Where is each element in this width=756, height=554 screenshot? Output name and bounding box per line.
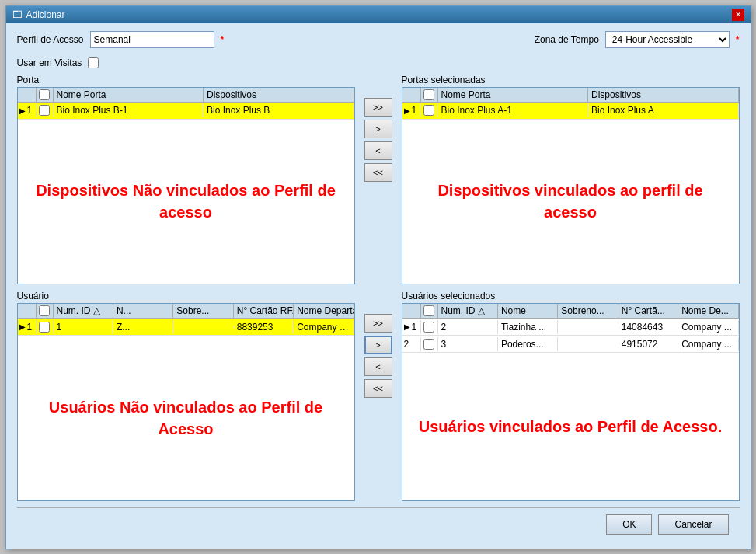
portas-sel-select-all-checkbox[interactable] [423, 89, 434, 100]
porta-row-disp: Bio Inox Plus B [204, 103, 354, 117]
porta-row-checkbox-cell[interactable] [37, 103, 54, 117]
usuarios-sel-row2-checkbox-cell[interactable] [421, 337, 438, 351]
usar-visitas-label: Usar em Visitas [17, 57, 82, 68]
usuarios-sel-row1-numid: 2 [438, 320, 498, 334]
usuarios-sel-th-numid: Num. ID △ [438, 304, 498, 318]
perfil-required: * [221, 34, 225, 45]
portas-sel-th-rownum [402, 88, 421, 102]
usuario-th-numid: Num. ID △ [54, 304, 113, 318]
usuario-row-numid: 1 [54, 320, 113, 334]
bottom-buttons-row: OK Cancelar [17, 507, 740, 541]
title-bar-content: 🗔 Adicionar [12, 9, 65, 20]
usuario-row-checkbox[interactable] [39, 322, 50, 333]
perfil-field-group: Perfil de Acesso * [17, 31, 225, 48]
porta-remove-all-button[interactable]: << [364, 163, 392, 182]
porta-transfer-buttons: >> > < << [361, 75, 395, 285]
usuarios-selecionados-panel-box: Num. ID △ Nome Sobreno... N° Cartã... No… [402, 303, 740, 501]
usuario-th-checkbox[interactable] [37, 304, 54, 318]
usuario-th-cartao: N° Cartão RF... [234, 304, 294, 318]
usuarios-sel-row2-cartao: 4915072 [618, 337, 678, 351]
usuario-hint-text: Usuários Não vinculados ao Perfil de Ace… [33, 396, 339, 440]
usuarios-sel-row2-checkbox[interactable] [423, 339, 434, 350]
porta-table-header: Nome Porta Dispositivos [18, 88, 354, 103]
porta-panel-wrapper: Porta Nome Porta Dispositivos [17, 75, 355, 285]
usuario-remove-one-button[interactable]: < [364, 357, 392, 376]
porta-section-label: Porta [17, 75, 355, 85]
usuario-half-section: Usuário Num. ID △ N... [17, 291, 740, 501]
usuarios-sel-row1-depto: Company ... [678, 320, 738, 334]
usuario-row-arrow: ▶1 [18, 320, 37, 334]
perfil-input[interactable] [90, 31, 214, 48]
usuarios-sel-row1-arrow: ▶1 [402, 320, 421, 334]
cancel-button[interactable]: Cancelar [658, 514, 728, 535]
usuario-sort-icon: △ [93, 305, 100, 316]
usuario-add-all-button[interactable]: >> [364, 314, 392, 333]
usuario-panel-box: Num. ID △ N... Sobre... N° Cartão RF... … [17, 303, 355, 501]
usuarios-sel-table-row-1[interactable]: ▶1 2 Tiazinha ... 14084643 Company ... [402, 319, 739, 336]
porta-remove-one-button[interactable]: < [364, 141, 392, 160]
usuarios-sel-row1-checkbox[interactable] [423, 322, 434, 333]
porta-add-all-button[interactable]: >> [364, 98, 392, 117]
usuarios-sel-row1-cartao: 14084643 [618, 320, 678, 334]
portas-sel-row-nome: Bio Inox Plus A-1 [438, 103, 589, 117]
dialog-window: 🗔 Adicionar ✕ Perfil de Acesso * Zona de… [5, 5, 751, 549]
usuario-th-nome: N... [113, 304, 173, 318]
usuario-th-sobrenome: Sobre... [173, 304, 233, 318]
usuarios-sel-table-row-2[interactable]: 2 3 Poderos... 4915072 Company ... [402, 336, 739, 353]
porta-th-checkbox[interactable] [37, 88, 54, 102]
usuarios-sel-row1-nome: Tiazinha ... [498, 320, 558, 334]
porta-hint-area: Dispositivos Não vinculados ao Perfil de… [18, 120, 354, 284]
usuarios-sel-row2-nome: Poderos... [498, 337, 558, 351]
usuario-add-one-button[interactable]: > [364, 336, 392, 354]
usuarios-sel-row2-numid: 3 [438, 337, 498, 351]
usuario-select-all-checkbox[interactable] [39, 305, 50, 316]
usuario-row-nome: Z... [113, 320, 173, 334]
usar-visitas-row: Usar em Visitas [17, 57, 740, 68]
porta-add-one-button[interactable]: > [364, 120, 392, 138]
usuario-table-row[interactable]: ▶1 1 Z... 8839253 Company Name [18, 319, 354, 336]
porta-panel-box: Nome Porta Dispositivos ▶1 Bio Inox Plus [17, 87, 355, 285]
porta-row-arrow: ▶1 [18, 103, 37, 117]
usuarios-sel-th-nome: Nome [498, 304, 558, 318]
dialog-content: Perfil de Acesso * Zona de Tempo 24-Hour… [6, 23, 751, 549]
porta-row-checkbox[interactable] [39, 105, 50, 116]
zona-required: * [736, 34, 740, 45]
usuarios-sel-select-all-checkbox[interactable] [423, 305, 434, 316]
sections-container: Porta Nome Porta Dispositivos [17, 75, 740, 501]
portas-selecionadas-panel-wrapper: Portas selecionadas Nome Porta Dispositi… [402, 75, 740, 285]
usuarios-sel-row2-sobrenome [558, 343, 618, 346]
zona-select[interactable]: 24-Hour Accessible [605, 31, 730, 48]
usuario-transfer-buttons: >> > < << [361, 291, 395, 501]
dialog-title: Adicionar [26, 9, 65, 20]
usuario-row-cartao: 8839253 [234, 320, 294, 334]
portas-sel-row-checkbox[interactable] [423, 105, 434, 116]
zona-field-group: Zona de Tempo 24-Hour Accessible * [535, 31, 740, 48]
portas-selecionadas-panel-box: Nome Porta Dispositivos ▶1 Bio Inox Plus [402, 87, 740, 285]
usuario-hint-area: Usuários Não vinculados ao Perfil de Ace… [18, 336, 354, 500]
usuario-remove-all-button[interactable]: << [364, 379, 392, 398]
close-button[interactable]: ✕ [732, 9, 744, 21]
portas-sel-row-checkbox-cell[interactable] [421, 103, 438, 117]
usuarios-sel-table-header: Num. ID △ Nome Sobreno... N° Cartã... No… [402, 304, 739, 319]
usuarios-sel-th-depto: Nome De... [678, 304, 738, 318]
porta-select-all-checkbox[interactable] [39, 89, 50, 100]
dialog-icon: 🗔 [12, 9, 22, 20]
usuario-row-checkbox-cell[interactable] [37, 320, 54, 334]
ok-button[interactable]: OK [606, 514, 652, 535]
portas-sel-table-header: Nome Porta Dispositivos [402, 88, 739, 103]
usuario-th-numid-label: Num. ID [57, 305, 91, 316]
usuarios-sel-sort-icon: △ [478, 305, 485, 316]
portas-sel-row-disp: Bio Inox Plus A [588, 103, 739, 117]
porta-th-rownum [18, 88, 37, 102]
usuario-panel-wrapper: Usuário Num. ID △ N... [17, 291, 355, 501]
portas-sel-table-row[interactable]: ▶1 Bio Inox Plus A-1 Bio Inox Plus A [402, 103, 739, 120]
usuarios-sel-th-checkbox[interactable] [421, 304, 438, 318]
porta-table-row[interactable]: ▶1 Bio Inox Plus B-1 Bio Inox Plus B [18, 103, 354, 120]
usuarios-sel-numid-label: Num. ID [441, 305, 476, 316]
portas-sel-th-checkbox[interactable] [421, 88, 438, 102]
usuarios-sel-row1-checkbox-cell[interactable] [421, 320, 438, 334]
usar-visitas-checkbox[interactable] [88, 57, 99, 68]
porta-th-disp: Dispositivos [204, 88, 354, 102]
usuarios-sel-row1-sobrenome [558, 326, 618, 329]
porta-row-nome: Bio Inox Plus B-1 [54, 103, 204, 117]
